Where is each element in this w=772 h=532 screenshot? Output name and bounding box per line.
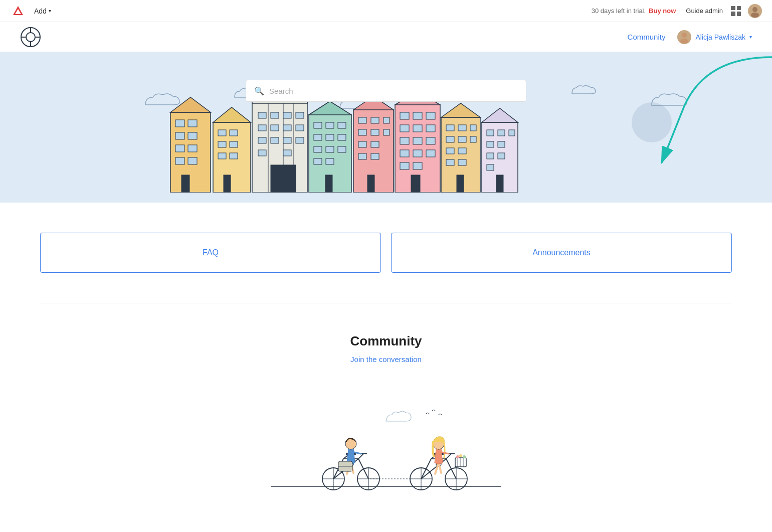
- svg-rect-87: [400, 137, 409, 144]
- svg-rect-98: [446, 125, 454, 131]
- svg-rect-17: [188, 132, 197, 139]
- svg-rect-49: [258, 150, 266, 156]
- svg-rect-83: [426, 112, 435, 119]
- svg-rect-95: [411, 175, 420, 193]
- svg-rect-106: [446, 159, 454, 165]
- join-conversation-link[interactable]: Join the conversation: [350, 355, 422, 364]
- svg-rect-113: [509, 130, 515, 136]
- svg-rect-84: [400, 125, 409, 132]
- svg-rect-68: [358, 117, 366, 123]
- svg-rect-65: [325, 175, 332, 193]
- add-label: Add: [34, 7, 47, 15]
- svg-rect-158: [455, 458, 466, 467]
- svg-rect-19: [188, 145, 197, 152]
- admin-bar: Add ▾ 30 days left in trial. Buy now Gui…: [0, 0, 772, 22]
- add-button[interactable]: Add ▾: [34, 7, 51, 15]
- svg-rect-76: [358, 153, 366, 159]
- svg-rect-116: [487, 153, 494, 159]
- svg-rect-46: [271, 137, 279, 143]
- svg-rect-100: [470, 125, 476, 131]
- svg-rect-57: [314, 134, 322, 140]
- main-content: FAQ Announcements Community Join the con…: [0, 203, 772, 524]
- svg-rect-71: [358, 129, 366, 135]
- svg-rect-21: [188, 157, 197, 164]
- hc-logo[interactable]: [20, 27, 41, 48]
- svg-marker-110: [482, 108, 518, 122]
- svg-rect-50: [283, 150, 291, 156]
- svg-rect-118: [487, 164, 494, 170]
- svg-rect-81: [400, 112, 409, 119]
- svg-point-163: [459, 454, 462, 457]
- svg-rect-107: [458, 159, 466, 165]
- add-chevron-icon: ▾: [49, 8, 51, 14]
- announcements-button[interactable]: Announcements: [391, 233, 732, 273]
- user-dropdown[interactable]: Alicja Pawliszak ▾: [677, 30, 752, 44]
- svg-point-2: [752, 7, 757, 12]
- svg-rect-111: [487, 130, 494, 136]
- svg-rect-72: [371, 129, 379, 135]
- faq-button[interactable]: FAQ: [40, 233, 381, 273]
- svg-rect-26: [230, 130, 238, 136]
- svg-rect-14: [175, 120, 184, 127]
- svg-rect-47: [283, 137, 291, 143]
- section-divider: [40, 303, 732, 303]
- svg-line-149: [446, 459, 456, 479]
- svg-rect-27: [218, 141, 226, 147]
- svg-rect-92: [426, 150, 435, 157]
- admin-avatar[interactable]: [748, 4, 762, 18]
- grid-menu-icon[interactable]: [731, 6, 741, 16]
- deco-circle: [632, 102, 672, 142]
- svg-rect-114: [487, 141, 494, 147]
- svg-rect-59: [338, 134, 346, 140]
- svg-rect-48: [296, 137, 304, 143]
- svg-rect-73: [383, 129, 390, 135]
- svg-rect-103: [470, 136, 476, 142]
- svg-rect-51: [271, 165, 296, 193]
- svg-rect-15: [188, 120, 197, 127]
- svg-rect-108: [457, 175, 464, 193]
- trial-text: 30 days left in trial.: [592, 7, 646, 15]
- svg-marker-97: [441, 103, 480, 117]
- svg-rect-85: [413, 125, 422, 132]
- svg-point-3: [751, 13, 759, 18]
- user-name: Alicja Pawliszak: [695, 33, 745, 41]
- bike-illustration: [40, 394, 732, 494]
- user-avatar: [677, 30, 691, 44]
- svg-rect-90: [400, 150, 409, 157]
- search-bar[interactable]: 🔍 Search: [246, 80, 526, 102]
- svg-rect-41: [258, 125, 266, 131]
- svg-rect-119: [496, 175, 503, 193]
- svg-rect-101: [446, 136, 454, 142]
- svg-marker-53: [309, 101, 351, 115]
- search-placeholder: Search: [269, 87, 293, 95]
- svg-rect-115: [498, 141, 505, 147]
- buy-now-button[interactable]: Buy now: [649, 7, 676, 15]
- svg-point-162: [456, 455, 459, 458]
- svg-point-164: [463, 455, 466, 458]
- bike-scene-svg: [261, 404, 511, 494]
- svg-rect-62: [338, 146, 346, 152]
- search-container: 🔍 Search: [246, 80, 526, 102]
- svg-rect-104: [446, 148, 454, 154]
- svg-rect-30: [230, 153, 238, 159]
- svg-point-5: [26, 33, 35, 42]
- guide-admin-label: Guide admin: [686, 7, 723, 15]
- category-buttons: FAQ Announcements: [40, 233, 732, 273]
- svg-rect-28: [230, 141, 238, 147]
- svg-rect-69: [371, 117, 379, 123]
- svg-rect-94: [413, 162, 422, 169]
- svg-point-11: [680, 39, 688, 44]
- svg-rect-82: [413, 112, 422, 119]
- community-nav-link[interactable]: Community: [628, 33, 666, 41]
- svg-point-10: [682, 33, 687, 38]
- svg-line-128: [358, 459, 368, 479]
- svg-rect-43: [283, 125, 291, 131]
- svg-rect-88: [413, 137, 422, 144]
- svg-rect-99: [458, 125, 466, 131]
- svg-rect-74: [358, 141, 366, 147]
- svg-rect-38: [271, 112, 279, 118]
- svg-marker-13: [170, 97, 211, 112]
- svg-rect-39: [283, 112, 291, 118]
- svg-line-153: [446, 454, 451, 459]
- svg-rect-44: [296, 125, 304, 131]
